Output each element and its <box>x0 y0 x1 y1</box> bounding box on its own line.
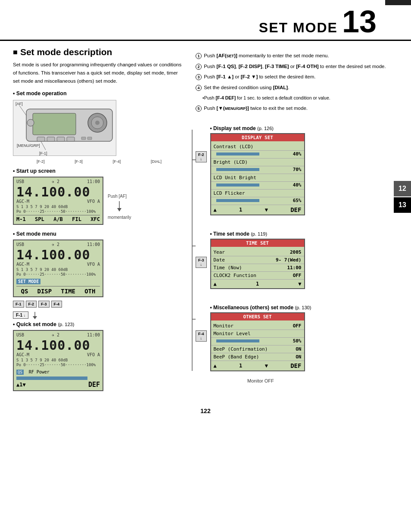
page-number: 122 <box>0 408 411 419</box>
setmode-menu-line: QS DISP TIME OTH <box>16 286 100 295</box>
f4-button[interactable]: F-4 <box>51 301 62 308</box>
others-panel-area: • Miscellaneous (others) set mode (p. 13… <box>210 305 311 383</box>
f3-diag-label: [F-3] <box>75 159 83 164</box>
others-panel-row: F-4 ↓ • Miscellaneous (others) set mode … <box>196 305 398 383</box>
agc-startup: AGC-M VFO A <box>16 199 100 204</box>
display-panel-row: F-2 ↓ • Display set mode (p. 126) DISPLA… <box>196 125 398 222</box>
f2-side-label: F-2 ↓ <box>196 151 207 162</box>
display-panel-label: • Display set mode (p. 126) <box>210 125 305 131</box>
top-black-bar <box>385 0 411 5</box>
radio-diagram: [AF] [F-1] [MENU/GRP] <box>13 100 116 156</box>
time-set-panel: TIME SET Year 2005 Date 9- 7(Wed) Time (… <box>210 239 305 289</box>
power-startup: Po 0······25·······50·········100% <box>16 209 100 214</box>
time-footer: ▲ 1 ▼ <box>211 280 304 288</box>
right-column: 1 Push [AF(SET)] momentarily to enter th… <box>196 47 398 395</box>
time-panel-label: • Time set mode (p. 119) <box>210 231 305 237</box>
bracket-lines <box>184 125 196 383</box>
antenna-startup: ✈ 2 <box>52 179 59 184</box>
f1-arrow-area: F-1 ↓ <box>13 311 185 320</box>
steps-section: 1 Push [AF(SET)] momentarily to enter th… <box>196 47 398 112</box>
others-row3: BeeP (Confirmation) ON <box>211 345 304 353</box>
startup-lcd: USB ✈ 2 11:00 14.100.00 AGC-M VFO A S 1 … <box>13 177 103 225</box>
step5: 5 Push [▼(MENU/GRP)] twice to exit the s… <box>196 104 398 113</box>
f2-diag-label: [F-2] <box>37 159 45 164</box>
chapter-number: 13 <box>342 6 377 37</box>
others-panel-label: • Miscellaneous (others) set mode (p. 13… <box>210 305 311 311</box>
step3: 3 Push [F-1 ▲] or [F-2 ▼] to select the … <box>196 72 398 81</box>
monitor-off-label: Monitor OFF <box>210 378 311 383</box>
page-header: SET MODE 13 <box>0 0 411 41</box>
f1-box-label: F-1 ↓ <box>13 311 28 319</box>
f4-side-label: F-4 ↓ <box>196 330 207 342</box>
svg-text:[F-1]: [F-1] <box>39 151 47 156</box>
display-row1: Contrast (LCD) <box>211 143 304 151</box>
svg-rect-6 <box>37 137 45 141</box>
svg-rect-8 <box>57 137 65 141</box>
f2-button[interactable]: F-2 <box>26 301 37 308</box>
push-arrow-svg <box>115 200 124 213</box>
svg-rect-1 <box>33 113 76 135</box>
f1-button[interactable]: F-1 <box>13 301 24 308</box>
others-row2-bar: 50% <box>211 338 304 345</box>
quickset-bottom: ▲ 1 ▼ DEF <box>16 381 100 389</box>
display-set-header: DISPLAY SET <box>211 134 304 141</box>
left-column: ■ Set mode description Set mode is used … <box>13 47 185 395</box>
display-row1-bar: 40% <box>211 151 304 159</box>
operation-subtitle: • Set mode operation <box>13 90 185 96</box>
usb-label-startup: USB <box>16 179 24 184</box>
time-row3: Time (Now) 11:00 <box>211 264 304 272</box>
mem-startup: M-1 <box>16 216 26 222</box>
display-row3-bar: 40% <box>211 182 304 190</box>
others-footer: ▲ 1 ▼ DEF <box>211 361 304 370</box>
main-content: ■ Set mode description Set mode is used … <box>0 47 411 403</box>
startup-area: USB ✈ 2 11:00 14.100.00 AGC-M VFO A S 1 … <box>13 177 185 228</box>
set-mode-label: SET MODE <box>259 20 338 36</box>
svg-point-4 <box>95 121 100 125</box>
svg-text:[MENU/GRP]: [MENU/GRP] <box>17 143 40 148</box>
contrast-slider <box>216 152 259 156</box>
svg-line-13 <box>41 141 46 150</box>
qs-bar: QS <box>16 370 24 375</box>
f3-button[interactable]: F-3 <box>38 301 50 308</box>
section-title-bullet: ■ <box>13 48 18 57</box>
unit-bright-slider <box>216 184 259 187</box>
step4a: •Push [F-4 DEF] for 1 sec. to select a d… <box>196 94 398 102</box>
svg-rect-11 <box>87 137 92 140</box>
display-row2-bar: 70% <box>211 166 304 174</box>
time-set-header: TIME SET <box>211 240 304 247</box>
svg-marker-20 <box>33 316 37 319</box>
mode1-startup: SPL <box>35 216 44 222</box>
step2: 2 Push [F-1 QS], [F-2 DISP], [F-3 TIME] … <box>196 62 398 71</box>
freq-setmode: 14.100.00 <box>16 248 100 262</box>
others-set-panel: OTHERS SET Monitor OFF Monitor Level <box>210 312 305 371</box>
display-row2: Bright (LCD) <box>211 159 304 166</box>
others-row4: BeeP (Band Edge) ON <box>211 353 304 361</box>
display-row3: LCD Unit Bright <box>211 174 304 182</box>
startup-subtitle: • Start up screen <box>13 168 185 174</box>
time-row4: CLOCK2 Function OFF <box>211 272 304 280</box>
time-panel-area: • Time set mode (p. 119) TIME SET Year 2… <box>210 231 305 296</box>
f3-label-area: F-3 ↓ <box>196 231 207 268</box>
others-set-header: OTHERS SET <box>211 313 304 320</box>
others-row2-label: Monitor Level <box>211 330 304 338</box>
flicker-slider <box>216 199 259 202</box>
svg-line-12 <box>19 106 26 115</box>
svg-rect-10 <box>81 137 86 140</box>
def-display: DEF <box>290 206 301 213</box>
monitor-level-slider <box>216 339 259 342</box>
rf-power-bar <box>16 376 87 380</box>
lcd-top-bar-startup: USB ✈ 2 11:00 <box>16 179 100 184</box>
mode3-startup: FIL <box>72 216 81 222</box>
mode-line-startup: M-1 SPL A/B FIL XFC <box>16 215 100 222</box>
agc-setmode: AGC-M VFO A <box>16 262 100 267</box>
time-row1: Year 2005 <box>211 249 304 256</box>
nav-down-qs: ▼ <box>22 382 25 388</box>
push-af-note: Push [AF] momentarily <box>108 177 131 220</box>
setmode-menu-subtitle: • Set mode menu <box>13 231 185 237</box>
f4-diag-label: [F-4] <box>113 159 121 164</box>
mode2-startup: A/B <box>53 216 63 222</box>
step4: 4 Set the desired condition using [DIAL]… <box>196 83 398 92</box>
bracket-svg <box>184 125 196 375</box>
f4-label-area: F-4 ↓ <box>196 305 207 342</box>
def-qs: DEF <box>88 381 100 389</box>
